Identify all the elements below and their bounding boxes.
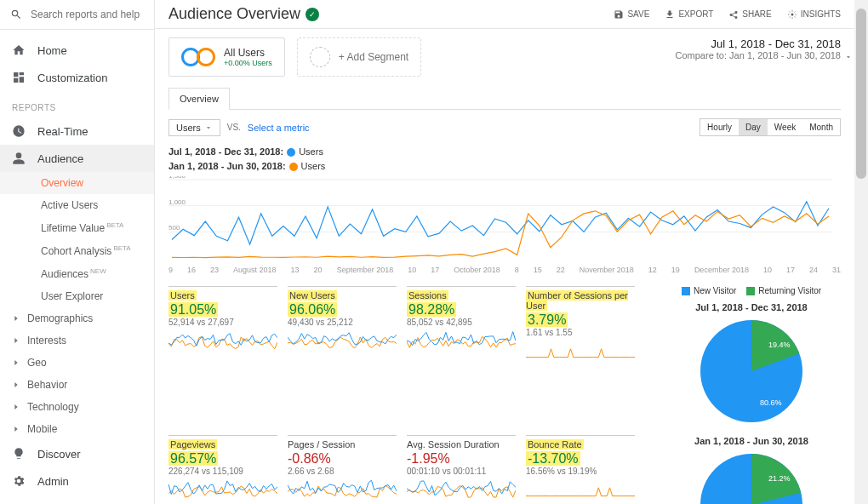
nav-audience[interactable]: Audience	[0, 145, 154, 172]
metric-new-users[interactable]: New Users96.06%49,430 vs 25,212	[288, 286, 397, 425]
metric-comparison: 1.61 vs 1.55	[526, 328, 635, 337]
nav-home[interactable]: Home	[0, 37, 154, 64]
collapse-sidebar[interactable]	[0, 495, 154, 504]
metric-name: Number of Sessions per User	[526, 290, 635, 311]
metrics-grid: Users91.05%52,914 vs 27,697New Users96.0…	[168, 286, 662, 504]
date-range-picker[interactable]: Jul 1, 2018 - Dec 31, 2018 Compare to: J…	[676, 37, 841, 77]
sidebar: Search reports and help Home Customizati…	[0, 0, 155, 504]
metric-pct: -13.70%	[526, 451, 635, 467]
pie-title: Jan 1, 2018 - Jun 30, 2018	[662, 436, 841, 446]
svg-text:1,500: 1,500	[168, 176, 186, 180]
page-title-text: Audience Overview	[168, 5, 300, 23]
metric-name: New Users	[288, 290, 397, 301]
sidebar-audience-overview[interactable]: Overview	[0, 172, 154, 194]
sidebar-group-technology[interactable]: Technology	[0, 396, 154, 418]
metric-name: Avg. Session Duration	[407, 439, 516, 450]
caret-right-icon	[12, 403, 20, 411]
metric-avg-session-duration[interactable]: Avg. Session Duration-1.95%00:01:10 vs 0…	[407, 435, 516, 504]
nav-audience-label: Audience	[37, 152, 83, 165]
date-primary: Jul 1, 2018 - Dec 31, 2018	[676, 37, 841, 50]
sparkline	[288, 330, 397, 354]
gear-icon	[12, 474, 26, 488]
svg-text:80.6%: 80.6%	[760, 398, 782, 407]
nav-customization-label: Customization	[37, 72, 107, 84]
metric-name: Pageviews	[168, 439, 277, 450]
metric-comparison: 226,274 vs 115,109	[168, 467, 277, 476]
toolbar: SAVE EXPORT SHARE INSIGHTS	[614, 9, 841, 20]
nav-realtime-label: Real-Time	[37, 125, 88, 138]
content: All Users +0.00% Users + Add Segment Jul…	[155, 29, 854, 504]
primary-metric-select[interactable]: Users	[168, 119, 220, 136]
svg-text:19.4%: 19.4%	[768, 341, 791, 349]
pie-svg: 19.4%80.6%	[692, 316, 811, 427]
metric-selector-row: Users VS. Select a metric Hourly Day Wee…	[168, 110, 841, 145]
metric-pages-session[interactable]: Pages / Session-0.86%2.66 vs 2.68	[288, 435, 397, 504]
add-segment-ring-icon	[310, 47, 330, 67]
svg-text:21.2%: 21.2%	[768, 474, 791, 483]
metric-pct: 96.06%	[288, 302, 397, 318]
caret-right-icon	[12, 381, 20, 389]
tab-overview[interactable]: Overview	[168, 88, 230, 110]
nav-admin[interactable]: Admin	[0, 467, 154, 495]
main-chart[interactable]: 1,5001,000500 91623August 20181320Septem…	[168, 176, 841, 274]
save-button[interactable]: SAVE	[614, 9, 649, 20]
sidebar-audience-user-explorer[interactable]: User Explorer	[0, 285, 154, 307]
dot-primary	[287, 148, 295, 157]
customization-icon	[12, 71, 26, 84]
metric-comparison: 52,914 vs 27,697	[168, 318, 277, 327]
metric-number-of-sessions-per-user[interactable]: Number of Sessions per User3.79%1.61 vs …	[526, 286, 635, 425]
segment-all-users[interactable]: All Users +0.00% Users	[168, 37, 285, 77]
pie-chart-0[interactable]: Jul 1, 2018 - Dec 31, 201819.4%80.6%	[662, 302, 841, 429]
metric-bounce-rate[interactable]: Bounce Rate-13.70%16.56% vs 19.19%	[526, 435, 635, 504]
nav-customization[interactable]: Customization	[0, 64, 154, 91]
nav-realtime[interactable]: Real-Time	[0, 117, 154, 145]
scrollbar-thumb[interactable]	[856, 9, 866, 179]
lightbulb-icon	[12, 447, 26, 461]
gran-month[interactable]: Month	[802, 119, 840, 135]
metric-users[interactable]: Users91.05%52,914 vs 27,697	[168, 286, 277, 425]
search-reports[interactable]: Search reports and help	[0, 0, 154, 30]
caret-right-icon	[12, 336, 20, 345]
metric-pageviews[interactable]: Pageviews96.57%226,274 vs 115,109	[168, 435, 277, 504]
gran-hourly[interactable]: Hourly	[700, 119, 739, 135]
sidebar-group-geo[interactable]: Geo	[0, 352, 154, 374]
share-icon	[728, 9, 739, 20]
share-button[interactable]: SHARE	[728, 9, 771, 20]
chevron-down-icon	[204, 123, 213, 132]
scrollbar[interactable]	[854, 0, 868, 504]
main: Audience Overview ✓ SAVE EXPORT SHARE IN…	[155, 0, 854, 504]
select-metric-link[interactable]: Select a metric	[248, 123, 310, 133]
gran-week[interactable]: Week	[768, 119, 802, 135]
sidebar-group-behavior[interactable]: Behavior	[0, 374, 154, 396]
person-icon	[12, 152, 26, 165]
metric-comparison: 85,052 vs 42,895	[407, 318, 516, 327]
metric-pct: -0.86%	[288, 451, 397, 467]
export-button[interactable]: EXPORT	[665, 9, 713, 20]
shield-check-icon[interactable]: ✓	[306, 8, 319, 21]
sidebar-audience-lifetime-value[interactable]: Lifetime ValueBETA	[0, 216, 154, 239]
search-icon	[10, 9, 22, 20]
insights-button[interactable]: INSIGHTS	[787, 9, 841, 20]
sidebar-audience-audiences[interactable]: AudiencesNEW	[0, 262, 154, 285]
sidebar-group-interests[interactable]: Interests	[0, 329, 154, 352]
metric-comparison: 2.66 vs 2.68	[288, 467, 397, 476]
sidebar-group-mobile[interactable]: Mobile	[0, 418, 154, 440]
gran-day[interactable]: Day	[739, 119, 768, 135]
granularity-toggle: Hourly Day Week Month	[700, 118, 841, 136]
nav-discover[interactable]: Discover	[0, 440, 154, 467]
sparkline	[407, 330, 516, 354]
search-placeholder: Search reports and help	[31, 9, 140, 20]
sidebar-audience-active-users[interactable]: Active Users	[0, 194, 154, 216]
nav-admin-label: Admin	[37, 475, 69, 488]
pie-chart-1[interactable]: Jan 1, 2018 - Jun 30, 201821.2%78.8%	[662, 436, 841, 504]
add-segment[interactable]: + Add Segment	[297, 37, 421, 77]
add-segment-label: + Add Segment	[339, 51, 408, 63]
reports-heading: REPORTS	[0, 98, 154, 117]
topbar: Audience Overview ✓ SAVE EXPORT SHARE IN…	[155, 0, 854, 29]
sidebar-audience-cohort-analysis[interactable]: Cohort AnalysisBETA	[0, 239, 154, 262]
metric-name: Bounce Rate	[526, 439, 635, 450]
sidebar-group-demographics[interactable]: Demographics	[0, 307, 154, 329]
vs-label: VS.	[227, 123, 241, 132]
metric-pct: 98.28%	[407, 302, 516, 318]
metric-sessions[interactable]: Sessions98.28%85,052 vs 42,895	[407, 286, 516, 425]
